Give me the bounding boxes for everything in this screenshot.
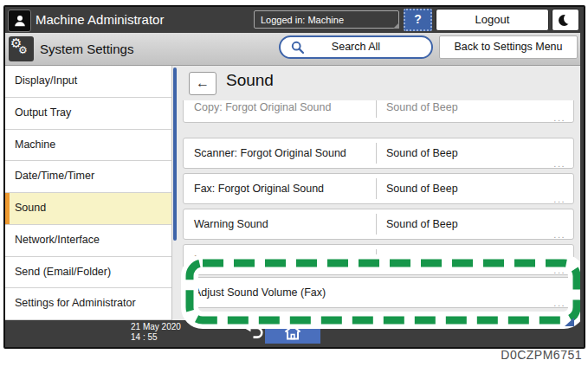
row-options-dots: ... (553, 299, 565, 307)
date-label: 21 May 2020 (131, 322, 181, 332)
settings-category-sidebar: Display/Input Output Tray Machine Date/T… (5, 66, 172, 320)
scroll-more-indicator (565, 318, 574, 326)
scrollbar-thumb[interactable] (173, 68, 177, 241)
sidebar-item-date-time-timer[interactable]: Date/Time/Timer (5, 161, 171, 193)
sidebar-item-send-email-folder[interactable]: Send (Email/Folder) (5, 257, 171, 289)
row-warning-sound[interactable]: Warning Sound Sound of Beep ... (183, 209, 574, 240)
energy-saver-button[interactable] (552, 9, 579, 31)
crescent-moon-icon (559, 13, 572, 28)
back-button[interactable]: ← (189, 72, 216, 95)
bottom-bar: 21 May 2020 14 : 55 (5, 320, 580, 344)
time-label: 14 : 55 (131, 332, 181, 343)
home-icon (283, 324, 302, 341)
logged-in-status[interactable]: Logged in: Machine Administrator (254, 10, 399, 29)
search-all-label: Search All (281, 37, 431, 57)
search-all-button[interactable]: Search All (279, 35, 433, 59)
row-options-dots: ... (553, 159, 565, 168)
row-options-dots: ... (553, 195, 565, 203)
row-options-dots: ... (553, 266, 565, 274)
figure-reference-code: D0CZPM6751 (501, 348, 582, 362)
sidebar-item-sound[interactable]: Sound (5, 193, 171, 225)
top-bar: Machine Administrator Logged in: Machine… (5, 7, 580, 33)
row-blank-page-detected-sound[interactable]: Blank Page Detected Sound Sound of Beep … (183, 244, 574, 275)
section-title: Sound (226, 71, 274, 90)
touch-screen: Machine Administrator Logged in: Machine… (5, 7, 580, 344)
date-time-display: 21 May 2020 14 : 55 (131, 322, 181, 342)
back-to-settings-menu-button[interactable]: Back to Settings Menu (439, 35, 578, 59)
row-adjust-sound-volume-fax[interactable]: Adjust Sound Volume (Fax) ... (183, 277, 574, 308)
sidebar-item-machine[interactable]: Machine (5, 130, 171, 162)
row-copy-forgot-original-sound[interactable]: Copy: Forgot Original Sound Sound of Bee… (183, 100, 574, 123)
system-settings-gear-icon: ⚙⚙ (9, 36, 34, 61)
row-scanner-forgot-original-sound[interactable]: Scanner: Forgot Original Sound Sound of … (183, 138, 574, 169)
user-icon (8, 10, 31, 32)
sidebar-item-settings-for-administrator[interactable]: Settings for Administrator (5, 288, 171, 320)
row-options-dots: ... (553, 113, 565, 122)
settings-list: Copy: Forgot Original Sound Sound of Bee… (183, 100, 574, 320)
row-options-dots: ... (553, 230, 565, 239)
settings-header-bar: ⚙⚙ System Settings Search All Back to Se… (5, 33, 580, 66)
logout-button[interactable]: Logout (436, 9, 549, 31)
left-arrow-icon: ← (196, 75, 210, 90)
undo-arrow-icon (243, 324, 266, 341)
logged-in-user-name: Machine Administrator (36, 7, 164, 33)
sidebar-item-network-interface[interactable]: Network/Interface (5, 225, 171, 257)
row-fax-forgot-original-sound[interactable]: Fax: Forgot Original Sound Sound of Beep… (183, 173, 574, 204)
sidebar-item-output-tray[interactable]: Output Tray (5, 98, 171, 130)
sidebar-item-display-input[interactable]: Display/Input (5, 66, 171, 98)
help-button[interactable]: ? (404, 9, 432, 31)
page-title: System Settings (40, 33, 133, 66)
content-area: Display/Input Output Tray Machine Date/T… (5, 66, 580, 320)
logged-in-expand-handle (393, 23, 399, 29)
home-button[interactable] (265, 320, 320, 344)
device-screen-frame: Machine Administrator Logged in: Machine… (3, 5, 585, 349)
